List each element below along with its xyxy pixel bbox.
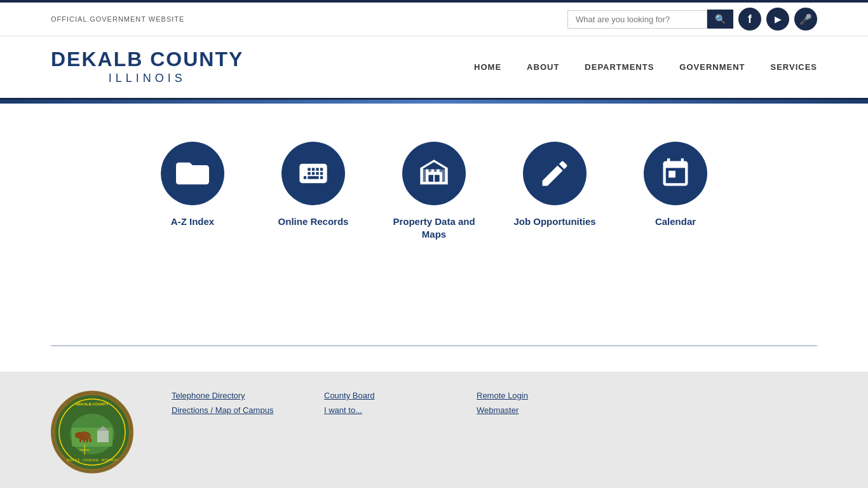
official-text: OFFICIAL GOVERNMENT WEBSITE	[51, 15, 184, 23]
svg-rect-15	[97, 431, 109, 442]
online-records-label: Online Records	[278, 215, 349, 228]
job-opportunities-item[interactable]: Job Opportunities	[513, 142, 596, 228]
site-footer: DEKALB COUNTY SERVICE · COURAGE · INTEGR…	[0, 372, 868, 488]
nav-government[interactable]: GOVERNMENT	[679, 62, 745, 72]
main-content: A-Z Index Online Records P	[0, 104, 868, 345]
nav-about[interactable]: ABOUT	[527, 62, 559, 72]
main-nav: HOME ABOUT DEPARTMENTS GOVERNMENT SERVIC…	[474, 62, 817, 72]
svg-point-14	[75, 432, 83, 438]
svg-rect-13	[90, 438, 92, 442]
logo-subtitle: ILLINOIS	[51, 72, 243, 85]
az-index-label: A-Z Index	[171, 215, 214, 228]
icon-grid: A-Z Index Online Records P	[0, 129, 868, 253]
directions-link[interactable]: Directions / Map of Campus	[172, 405, 286, 415]
calendar-label: Calendar	[655, 215, 696, 228]
county-seal: DEKALB COUNTY SERVICE · COURAGE · INTEGR…	[51, 391, 133, 473]
search-icon: 🔍	[715, 14, 726, 24]
online-records-item[interactable]: Online Records	[272, 142, 355, 228]
calendar-icon-circle	[644, 142, 707, 205]
youtube-icon: ▶	[775, 14, 782, 24]
logo-title: DEKALB COUNTY	[51, 49, 243, 69]
i-want-to-link[interactable]: I want to...	[324, 405, 438, 415]
utility-bar: OFFICIAL GOVERNMENT WEBSITE 🔍 f ▶ 🎤	[0, 3, 868, 36]
utility-right: 🔍 f ▶ 🎤	[567, 8, 817, 30]
job-opportunities-icon-circle	[523, 142, 587, 205]
section-divider	[51, 345, 817, 346]
online-records-icon-circle	[281, 142, 345, 205]
facebook-button[interactable]: f	[738, 8, 761, 30]
property-data-item[interactable]: Property Data and Maps	[393, 142, 475, 240]
seal-graphic: DEKALB COUNTY SERVICE · COURAGE · INTEGR…	[53, 393, 132, 471]
footer-col-2: County Board I want to...	[324, 391, 438, 415]
svg-rect-12	[86, 438, 88, 442]
webmaster-link[interactable]: Webmaster	[477, 405, 591, 415]
search-bar: 🔍	[567, 10, 733, 29]
microphone-button[interactable]: 🎤	[794, 8, 817, 30]
edit-icon	[538, 157, 571, 190]
az-index-icon-circle	[161, 142, 224, 205]
folder-icon	[176, 157, 209, 190]
footer-col-3: Remote Login Webmaster	[477, 391, 591, 415]
site-header: DEKALB COUNTY ILLINOIS HOME ABOUT DEPART…	[0, 36, 868, 100]
youtube-button[interactable]: ▶	[766, 8, 789, 30]
property-data-icon-circle	[402, 142, 466, 205]
facebook-icon: f	[748, 13, 752, 26]
search-input[interactable]	[567, 10, 707, 29]
az-index-item[interactable]: A-Z Index	[151, 142, 234, 228]
svg-rect-10	[79, 438, 81, 442]
telephone-directory-link[interactable]: Telephone Directory	[172, 391, 286, 400]
county-board-link[interactable]: County Board	[324, 391, 438, 400]
remote-login-link[interactable]: Remote Login	[477, 391, 591, 400]
search-button[interactable]: 🔍	[707, 10, 733, 29]
keyboard-icon	[297, 157, 330, 190]
calendar-item[interactable]: Calendar	[634, 142, 717, 228]
job-opportunities-label: Job Opportunities	[513, 215, 595, 228]
svg-rect-11	[83, 438, 85, 442]
calendar-icon	[659, 157, 692, 190]
garage-icon	[417, 157, 451, 190]
svg-text:DEKALB COUNTY: DEKALB COUNTY	[76, 402, 109, 406]
nav-home[interactable]: HOME	[474, 62, 501, 72]
nav-services[interactable]: SERVICES	[770, 62, 817, 72]
microphone-icon: 🎤	[799, 13, 812, 25]
property-data-label: Property Data and Maps	[393, 215, 475, 240]
logo-area: DEKALB COUNTY ILLINOIS	[51, 49, 243, 85]
nav-departments[interactable]: DEPARTMENTS	[585, 62, 654, 72]
footer-col-1: Telephone Directory Directions / Map of …	[172, 391, 286, 415]
svg-text:SERVICE · COURAGE · INTEGRITY: SERVICE · COURAGE · INTEGRITY	[66, 458, 119, 462]
